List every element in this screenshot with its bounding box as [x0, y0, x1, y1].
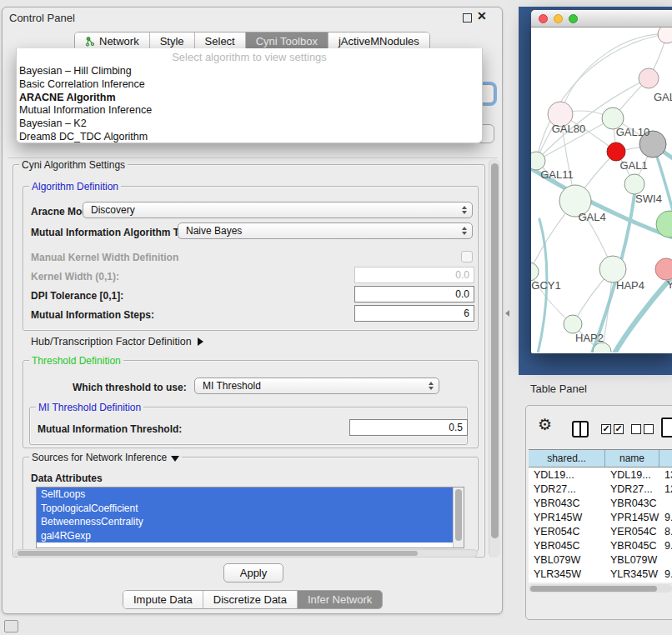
combo-value: MI Threshold	[203, 380, 261, 392]
minimized-panel-icon[interactable]	[4, 620, 18, 632]
manual-kernel-width-checkbox[interactable]	[461, 251, 473, 262]
table-row[interactable]: YER054CYER054C8.	[529, 524, 672, 538]
network-node-label: HAP2	[575, 332, 604, 344]
panel-splitter-handle[interactable]	[505, 310, 509, 317]
attribute-item-selected[interactable]: gal4RGexp	[37, 529, 454, 543]
table-row[interactable]: YIL052CYIL052C9	[529, 581, 672, 582]
dropdown-option[interactable]: Mutual Information Inference	[17, 104, 482, 118]
attribute-item-selected[interactable]: BetweennessCentrality	[37, 515, 454, 529]
tab-discretize-data[interactable]: Discretize Data	[203, 591, 298, 608]
mi-threshold-field[interactable]: 0.5	[349, 419, 468, 436]
network-node-label: GAL11	[540, 168, 574, 181]
attribute-items: SelfLoopsTopologicalCoefficientBetweenne…	[37, 488, 464, 542]
network-node-label: GAL4	[578, 211, 605, 223]
tab-impute-data[interactable]: Impute Data	[123, 591, 203, 608]
table-column-header[interactable]	[659, 450, 672, 467]
table-header-row: shared...name	[529, 449, 672, 468]
table-body: YDL19...YDL19...13YDR27...YDR27...12YBR0…	[529, 468, 672, 582]
attribute-item-selected[interactable]: SelfLoops	[37, 488, 454, 502]
gear-icon[interactable]: ⚙	[538, 415, 552, 434]
aracne-mode-combo[interactable]: Discovery	[83, 202, 473, 218]
tab-label: Discretize Data	[213, 593, 287, 606]
dropdown-option[interactable]: Bayesian – Hill Climbing	[17, 65, 482, 78]
float-panel-icon[interactable]	[463, 13, 472, 22]
mi-steps-field[interactable]: 6	[354, 305, 474, 322]
network-node-gcy1[interactable]	[531, 262, 539, 281]
dropdown-placeholder: Select algorithm to view settings	[17, 51, 482, 65]
dropdown-option[interactable]: Dream8 DC_TDC Algorithm	[17, 131, 482, 144]
table-column-header[interactable]: name	[605, 450, 659, 467]
table-row[interactable]: YPR145WYPR145W9.	[529, 510, 672, 524]
table-cell: 9.	[659, 540, 672, 552]
list-vertical-scrollbar[interactable]	[453, 488, 464, 548]
hub-definition-toggle[interactable]: Hub/Transcription Factor Definition	[31, 336, 203, 348]
network-node-gal11[interactable]	[531, 152, 545, 170]
dropdown-option[interactable]: Bayesian – K2	[17, 118, 482, 131]
table-row[interactable]: YDR27...YDR27...12	[529, 482, 672, 496]
network-node-gal[interactable]	[639, 68, 659, 88]
scrollbar-thumb[interactable]	[455, 489, 462, 541]
network-node-gal1[interactable]	[607, 142, 625, 161]
table-cell: YPR145W	[605, 512, 659, 523]
minimize-window-icon[interactable]	[554, 14, 563, 23]
close-window-icon[interactable]	[539, 14, 548, 23]
document-icon[interactable]	[661, 418, 672, 438]
kernel-width-field[interactable]: 0.0	[354, 267, 474, 283]
hub-definition-label: Hub/Transcription Factor Definition	[31, 336, 192, 348]
dpi-tolerance-label: DPI Tolerance [0,1]:	[31, 290, 123, 302]
table-cell: 9	[659, 582, 672, 583]
network-node-label: GAL1	[619, 159, 647, 172]
table-horizontal-scrollbar[interactable]	[529, 584, 672, 592]
checked-columns-icon[interactable]	[601, 424, 624, 434]
group-title: Algorithm Definition	[29, 181, 121, 192]
tab-network[interactable]: Network	[75, 32, 150, 50]
expanded-arrow-icon	[171, 456, 179, 462]
table-row[interactable]: YLR345WYLR345W9.	[529, 567, 672, 581]
dropdown-option[interactable]: ARACNE Algorithm	[17, 92, 482, 105]
table-column-header[interactable]: shared...	[529, 450, 605, 467]
tab-infer-network[interactable]: Infer Network	[298, 591, 382, 608]
table-cell: YLR345W	[529, 568, 605, 580]
table-row[interactable]: YDL19...YDL19...13	[529, 468, 672, 482]
tab-select[interactable]: Select	[195, 32, 246, 50]
table-row[interactable]: YBL079WYBL079W	[529, 552, 672, 567]
network-node-swi4[interactable]	[624, 174, 644, 194]
tab-style[interactable]: Style	[150, 32, 195, 50]
network-node-label: HAP4	[616, 279, 644, 292]
settings-vertical-scrollbar[interactable]	[489, 159, 500, 558]
data-attributes-list[interactable]: SelfLoopsTopologicalCoefficientBetweenne…	[36, 487, 464, 548]
sources-group-title[interactable]: Sources for Network Inference	[29, 452, 182, 463]
settings-horizontal-scrollbar[interactable]	[14, 549, 478, 558]
table-row[interactable]: YBR043CYBR043C	[529, 496, 672, 510]
split-view-icon[interactable]	[572, 421, 589, 438]
scrollbar-thumb[interactable]	[491, 163, 499, 538]
dropdown-items: Bayesian – Hill ClimbingBasic Correlatio…	[17, 65, 482, 144]
network-node-label: SWI4	[635, 192, 662, 205]
network-node[interactable]	[658, 28, 672, 43]
scrollbar-thumb[interactable]	[530, 586, 657, 592]
table-row[interactable]: YBR045CYBR045C9.	[529, 538, 672, 552]
network-node-y[interactable]	[655, 258, 672, 280]
network-view-window[interactable]: GALGAL80GAL10GAL1GAL11SWI4GAL4GCY1HAP4YH…	[531, 10, 672, 353]
unchecked-columns-icon[interactable]	[631, 424, 654, 434]
mi-type-combo[interactable]: Naive Bayes	[178, 222, 473, 239]
dpi-tolerance-field[interactable]: 0.0	[354, 286, 474, 302]
attribute-item-selected[interactable]: TopologicalCoefficient	[37, 502, 454, 516]
which-threshold-combo[interactable]: MI Threshold	[194, 378, 439, 394]
scrollbar-thumb[interactable]	[18, 551, 418, 556]
network-icon	[85, 37, 95, 47]
tab-cyni-toolbox[interactable]: Cyni Toolbox	[246, 32, 328, 50]
app-root: { "control_panel": { "title": "Control P…	[0, 0, 672, 635]
network-window-titlebar[interactable]	[531, 10, 672, 28]
network-node-hap2[interactable]	[564, 315, 582, 333]
mi-steps-label: Mutual Information Steps:	[31, 309, 154, 321]
network-canvas[interactable]: GALGAL80GAL10GAL1GAL11SWI4GAL4GCY1HAP4YH…	[531, 28, 672, 352]
zoom-window-icon[interactable]	[569, 14, 578, 23]
apply-button[interactable]: Apply	[223, 563, 283, 582]
dropdown-option[interactable]: Basic Correlation Inference	[17, 78, 482, 92]
tab-label: Select	[205, 35, 235, 48]
tab-jactivemnodules[interactable]: jActiveMNodules	[328, 32, 429, 50]
table-panel-title: Table Panel	[530, 382, 587, 395]
tab-label: jActiveMNodules	[339, 35, 419, 48]
close-panel-icon[interactable]: ✕	[477, 9, 487, 22]
